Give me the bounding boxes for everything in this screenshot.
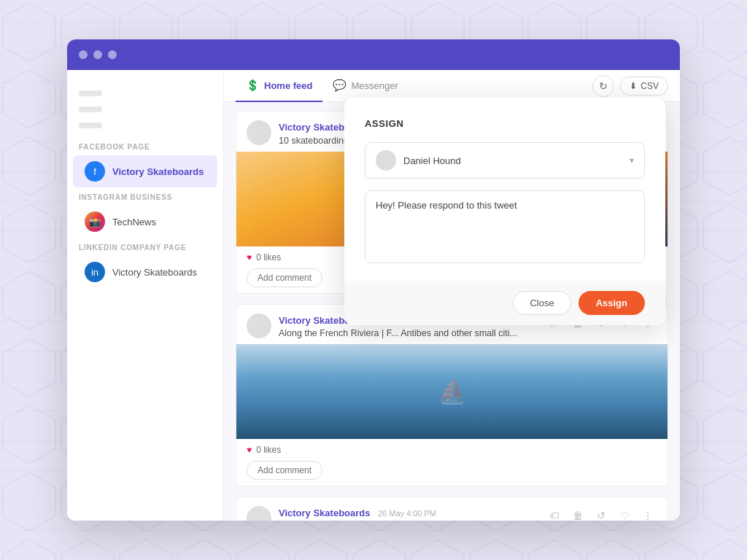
post-text-2: Along the French Riviera | F... Antibes … — [279, 328, 538, 338]
heart-icon-3[interactable]: ♡ — [615, 506, 634, 521]
likes-count-2: 0 likes — [256, 445, 281, 455]
post-author-3: Victory Skateboards — [279, 508, 370, 518]
tab-home-feed-label: Home feed — [264, 80, 312, 91]
csv-label: CSV — [640, 81, 659, 91]
post-footer-2: ♥ 0 likes Add comment — [236, 439, 667, 486]
chevron-down-icon: ▾ — [630, 155, 634, 166]
tab-messenger-label: Messenger — [351, 80, 398, 91]
modal-footer: Close Assign — [344, 281, 665, 325]
tag-icon-3[interactable]: 🏷 — [545, 506, 564, 521]
likes-count-1: 0 likes — [256, 252, 281, 262]
assignee-select[interactable]: Daniel Hound ▾ — [365, 142, 645, 179]
sidebar-item-linkedin-victory[interactable]: in Victory Skateboards — [73, 256, 217, 288]
sidebar-item-facebook-victory[interactable]: f Victory Skateboards — [73, 155, 217, 187]
post-meta-3: Victory Skateboards 26 May 4:00 PM — [279, 506, 538, 519]
sidebar: FACEBOOK PAGE f Victory Skateboards INST… — [67, 70, 224, 521]
post-avatar-1 — [247, 120, 271, 145]
facebook-icon: f — [85, 161, 105, 182]
messenger-tab-icon: 💬 — [333, 79, 347, 92]
add-comment-button-1[interactable]: Add comment — [247, 268, 322, 287]
post-header-3: Victory Skateboards 26 May 4:00 PM 🏷 🗑 ↺… — [236, 497, 667, 521]
download-icon: ⬇ — [630, 81, 637, 91]
sidebar-dot — [79, 106, 102, 112]
assign-button[interactable]: Assign — [578, 291, 645, 315]
sidebar-section-instagram: INSTAGRAM BUSINESS — [67, 187, 223, 206]
heart-filled-icon-2: ♥ — [247, 445, 252, 455]
sidebar-item-label-instagram: TechNews — [112, 217, 156, 228]
sidebar-dots — [67, 82, 223, 137]
likes-row-2: ♥ 0 likes — [247, 445, 657, 455]
post-time-3: 26 May 4:00 PM — [378, 509, 436, 518]
sidebar-item-label-linkedin: Victory Skateboards — [112, 267, 197, 278]
add-comment-button-2[interactable]: Add comment — [247, 461, 322, 480]
post-image-2 — [236, 344, 667, 439]
post-avatar-2 — [247, 314, 271, 338]
title-bar — [67, 39, 680, 70]
more-icon-3[interactable]: ⋮ — [638, 506, 657, 521]
traffic-light-1[interactable] — [79, 50, 88, 59]
assignee-name: Daniel Hound — [403, 155, 622, 166]
tab-home-feed[interactable]: 💲 Home feed — [236, 70, 322, 102]
post-card-2: Victory Skateboards 4 Along the French R… — [236, 304, 668, 486]
linkedin-icon: in — [85, 262, 105, 282]
post-card-3: Victory Skateboards 26 May 4:00 PM 🏷 🗑 ↺… — [236, 497, 668, 521]
sidebar-item-instagram-technews[interactable]: 📸 TechNews — [73, 206, 217, 238]
modal-body: ASSIGN Daniel Hound ▾ — [344, 98, 665, 281]
facebook-tab-icon: 💲 — [246, 79, 260, 92]
instagram-icon: 📸 — [85, 211, 105, 232]
heart-filled-icon-1: ♥ — [247, 252, 252, 262]
assign-modal: ASSIGN Daniel Hound ▾ Close Assign — [344, 98, 665, 325]
sidebar-dot — [79, 90, 102, 96]
sidebar-section-linkedin: LINKEDIN COMPANY PAGE — [67, 238, 223, 256]
csv-button[interactable]: ⬇ CSV — [620, 77, 668, 96]
post-actions-row-3: 🏷 🗑 ↺ ♡ ⋮ — [545, 506, 657, 521]
app-window: FACEBOOK PAGE f Victory Skateboards INST… — [67, 39, 680, 521]
post-avatar-3 — [247, 506, 271, 521]
sidebar-dot — [79, 122, 102, 128]
assignee-avatar — [376, 150, 396, 171]
assign-message-input[interactable] — [365, 190, 645, 263]
retweet-icon-3[interactable]: ↺ — [592, 506, 611, 521]
delete-icon-3[interactable]: 🗑 — [568, 506, 587, 521]
traffic-light-2[interactable] — [93, 50, 102, 59]
sidebar-section-facebook: FACEBOOK PAGE — [67, 137, 223, 155]
modal-title: ASSIGN — [365, 118, 645, 129]
sidebar-item-label-facebook: Victory Skateboards — [112, 166, 204, 177]
traffic-light-3[interactable] — [108, 50, 117, 59]
refresh-button[interactable]: ↻ — [592, 75, 614, 97]
close-button[interactable]: Close — [513, 291, 570, 315]
tabs-actions: ↻ ⬇ CSV — [592, 75, 668, 97]
